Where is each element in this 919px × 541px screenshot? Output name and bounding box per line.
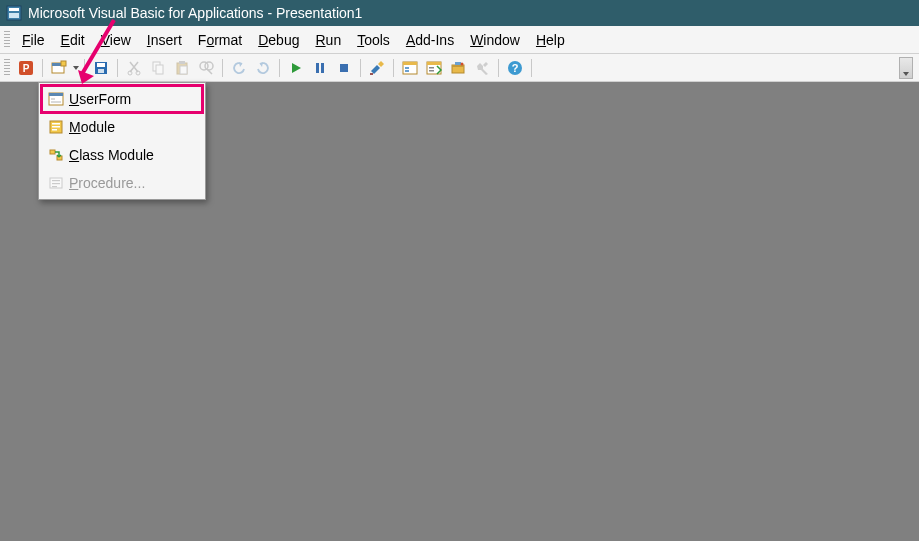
toolbar-separator — [279, 59, 280, 77]
menu-window[interactable]: Window — [462, 30, 528, 50]
svg-rect-1 — [9, 8, 19, 11]
toolbar: P — [0, 54, 919, 82]
svg-rect-29 — [427, 62, 441, 65]
cut-button[interactable] — [123, 57, 145, 79]
help-button[interactable]: ? — [504, 57, 526, 79]
view-powerpoint-button[interactable]: P — [15, 57, 37, 79]
svg-rect-10 — [98, 69, 104, 73]
svg-rect-46 — [50, 150, 55, 154]
menu-item-label: Class Module — [69, 147, 201, 163]
svg-rect-30 — [429, 67, 434, 69]
menu-format[interactable]: Format — [190, 30, 250, 50]
svg-rect-31 — [429, 70, 434, 72]
svg-rect-26 — [405, 67, 409, 69]
svg-rect-49 — [52, 180, 60, 181]
break-button[interactable] — [309, 57, 331, 79]
svg-rect-43 — [52, 123, 60, 125]
redo-button[interactable] — [252, 57, 274, 79]
svg-rect-50 — [52, 183, 60, 184]
insert-menu-module[interactable]: Module — [41, 113, 203, 141]
svg-point-35 — [461, 62, 464, 65]
menu-tools[interactable]: Tools — [349, 30, 398, 50]
userform-icon — [43, 91, 69, 107]
insert-item-button[interactable] — [48, 57, 70, 79]
svg-rect-17 — [180, 66, 187, 74]
find-button[interactable] — [195, 57, 217, 79]
toolbar-end — [899, 57, 915, 79]
svg-rect-23 — [370, 73, 373, 75]
toolbar-separator — [117, 59, 118, 77]
chevron-down-icon — [73, 66, 79, 70]
svg-text:?: ? — [512, 62, 519, 74]
project-explorer-button[interactable] — [399, 57, 421, 79]
toolbar-separator — [498, 59, 499, 77]
toolbar-separator — [42, 59, 43, 77]
properties-window-button[interactable] — [423, 57, 445, 79]
svg-rect-9 — [97, 63, 105, 67]
menu-addins[interactable]: Add-Ins — [398, 30, 462, 50]
menu-view[interactable]: View — [93, 30, 139, 50]
toolbar-separator — [222, 59, 223, 77]
insert-menu-procedure: Procedure... — [41, 169, 203, 197]
toolbar-separator — [393, 59, 394, 77]
titlebar: Microsoft Visual Basic for Applications … — [0, 0, 919, 26]
svg-point-19 — [205, 62, 213, 70]
run-button[interactable] — [285, 57, 307, 79]
design-mode-button[interactable] — [366, 57, 388, 79]
menu-file[interactable]: File — [14, 30, 53, 50]
svg-rect-22 — [340, 64, 348, 72]
menubar-grip[interactable] — [4, 31, 10, 49]
insert-menu-class-module[interactable]: Class Module — [41, 141, 203, 169]
menu-insert[interactable]: Insert — [139, 30, 190, 50]
svg-rect-2 — [9, 13, 19, 18]
procedure-icon — [43, 175, 69, 191]
reset-button[interactable] — [333, 57, 355, 79]
menu-item-label: UserForm — [69, 91, 201, 107]
svg-rect-25 — [403, 62, 417, 65]
svg-rect-44 — [52, 126, 60, 128]
save-button[interactable] — [90, 57, 112, 79]
object-browser-button[interactable] — [447, 57, 469, 79]
menu-run[interactable]: Run — [307, 30, 349, 50]
insert-menu-userform[interactable]: UserForm — [41, 85, 203, 113]
class-module-icon — [43, 147, 69, 163]
svg-text:P: P — [23, 63, 30, 74]
paste-button[interactable] — [171, 57, 193, 79]
insert-dropdown-menu: UserForm Module Class Module Procedure..… — [38, 82, 206, 200]
menu-item-label: Procedure... — [69, 175, 201, 191]
svg-rect-27 — [405, 70, 409, 72]
menu-item-label: Module — [69, 119, 201, 135]
svg-rect-34 — [455, 62, 461, 65]
svg-rect-7 — [61, 61, 66, 66]
menubar: File Edit View Insert Format Debug Run T… — [0, 26, 919, 54]
svg-rect-51 — [52, 186, 57, 187]
svg-rect-39 — [49, 93, 63, 96]
undo-button[interactable] — [228, 57, 250, 79]
toolbar-separator — [84, 59, 85, 77]
app-icon — [6, 5, 22, 21]
toolbar-grip[interactable] — [4, 59, 10, 77]
svg-rect-45 — [52, 129, 57, 131]
svg-rect-16 — [179, 61, 185, 64]
insert-item-dropdown[interactable] — [71, 66, 80, 70]
svg-rect-40 — [51, 98, 55, 100]
module-icon — [43, 119, 69, 135]
svg-rect-21 — [321, 63, 324, 73]
title-text: Microsoft Visual Basic for Applications … — [28, 5, 362, 21]
toolbar-separator — [531, 59, 532, 77]
menu-debug[interactable]: Debug — [250, 30, 307, 50]
toolbox-button[interactable] — [471, 57, 493, 79]
copy-button[interactable] — [147, 57, 169, 79]
chevron-down-icon — [903, 72, 909, 76]
svg-rect-20 — [316, 63, 319, 73]
toolbar-overflow-button[interactable] — [899, 57, 913, 79]
menu-edit[interactable]: Edit — [53, 30, 93, 50]
svg-rect-41 — [51, 101, 61, 103]
menu-help[interactable]: Help — [528, 30, 573, 50]
svg-rect-14 — [156, 65, 163, 74]
toolbar-separator — [360, 59, 361, 77]
